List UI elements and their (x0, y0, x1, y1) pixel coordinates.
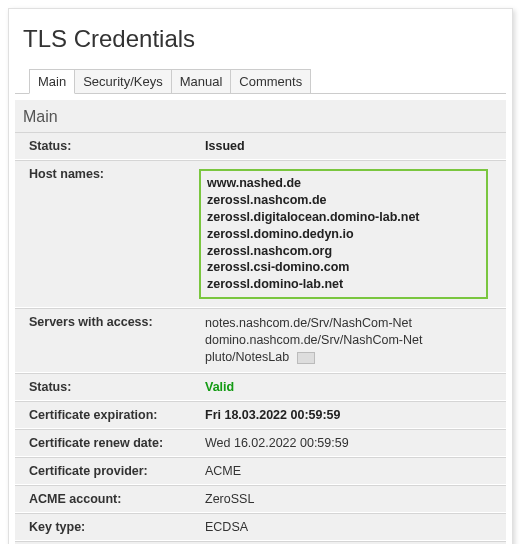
label-provider: Certificate provider: (15, 458, 205, 484)
server-item-text: pluto/NotesLab (205, 350, 289, 364)
row-acme-account: ACME account: ZeroSSL (15, 485, 506, 513)
label-status-valid: Status: (15, 374, 205, 400)
value-servers: notes.nashcom.de/Srv/NashCom-Net domino.… (205, 309, 506, 372)
tab-main[interactable]: Main (29, 69, 75, 94)
tab-body-main: Main Status: Issued Host names: www.nash… (15, 100, 506, 544)
tab-strip: Main Security/Keys Manual Comments (15, 69, 506, 94)
label-acme-account: ACME account: (15, 486, 205, 512)
label-servers: Servers with access: (15, 309, 205, 372)
tab-comments[interactable]: Comments (231, 69, 311, 93)
server-picker-button[interactable] (297, 352, 315, 364)
hostname-item: zerossl.nashcom.de (207, 192, 478, 209)
row-key-type: Key type: ECDSA (15, 513, 506, 541)
hostname-item: zerossl.digitalocean.domino-lab.net (207, 209, 478, 226)
row-provider: Certificate provider: ACME (15, 457, 506, 485)
hostname-item: www.nashed.de (207, 175, 478, 192)
hostnames-highlight-box: www.nashed.de zerossl.nashcom.de zerossl… (199, 169, 488, 299)
label-cert-expiration: Certificate expiration: (15, 402, 205, 428)
label-status: Status: (15, 133, 205, 159)
label-key-type: Key type: (15, 514, 205, 540)
row-servers: Servers with access: notes.nashcom.de/Sr… (15, 308, 506, 373)
label-cert-renew: Certificate renew date: (15, 430, 205, 456)
section-title: Main (15, 100, 506, 132)
value-status-issued: Issued (205, 133, 506, 159)
server-item: domino.nashcom.de/Srv/NashCom-Net (205, 332, 496, 349)
row-status-issued: Status: Issued (15, 132, 506, 160)
hostname-item: zerossl.domino.dedyn.io (207, 226, 478, 243)
credentials-panel: TLS Credentials Main Security/Keys Manua… (8, 8, 513, 544)
value-cert-expiration: Fri 18.03.2022 00:59:59 (205, 402, 506, 428)
tab-manual[interactable]: Manual (172, 69, 232, 93)
label-hostnames: Host names: (15, 161, 205, 307)
tab-security-keys[interactable]: Security/Keys (75, 69, 171, 93)
row-cert-expiration: Certificate expiration: Fri 18.03.2022 0… (15, 401, 506, 429)
hostname-item: zerossl.csi-domino.com (207, 259, 478, 276)
value-provider: ACME (205, 458, 506, 484)
row-hostnames: Host names: www.nashed.de zerossl.nashco… (15, 160, 506, 308)
value-acme-account: ZeroSSL (205, 486, 506, 512)
server-item: pluto/NotesLab (205, 349, 496, 366)
hostname-item: zerossl.nashcom.org (207, 243, 478, 260)
value-key-type: ECDSA (205, 514, 506, 540)
value-hostnames: www.nashed.de zerossl.nashcom.de zerossl… (205, 161, 506, 307)
row-status-valid: Status: Valid (15, 373, 506, 401)
value-cert-renew: Wed 16.02.2022 00:59:59 (205, 430, 506, 456)
page-title: TLS Credentials (9, 19, 512, 69)
server-item: notes.nashcom.de/Srv/NashCom-Net (205, 315, 496, 332)
row-cert-renew: Certificate renew date: Wed 16.02.2022 0… (15, 429, 506, 457)
value-status-valid: Valid (205, 374, 506, 400)
hostname-item: zerossl.domino-lab.net (207, 276, 478, 293)
